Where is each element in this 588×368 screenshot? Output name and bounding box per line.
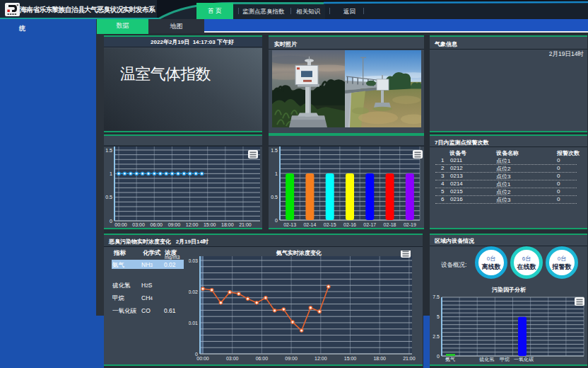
svg-text:06:00: 06:00	[151, 222, 163, 227]
svg-text:21:00: 21:00	[239, 222, 252, 227]
svg-text:0.5: 0.5	[271, 195, 278, 200]
svg-text:0.5: 0.5	[105, 195, 112, 200]
svg-text:12:00: 12:00	[186, 222, 199, 227]
svg-text:1.5: 1.5	[105, 148, 112, 153]
svg-text:0.02: 0.02	[189, 289, 198, 294]
svg-text:一氧化碳: 一氧化碳	[514, 357, 534, 362]
svg-text:02-13: 02-13	[283, 222, 296, 227]
svg-text:甲烷: 甲烷	[500, 357, 510, 362]
svg-text:02-18: 02-18	[384, 222, 396, 227]
svg-text:1: 1	[275, 171, 278, 176]
svg-text:1.5: 1.5	[271, 148, 278, 153]
svg-text:18:00: 18:00	[373, 356, 386, 361]
svg-text:5: 5	[437, 314, 440, 319]
svg-text:02-14: 02-14	[303, 222, 316, 227]
svg-text:00:00: 00:00	[196, 356, 209, 361]
svg-text:02-19: 02-19	[404, 222, 416, 227]
svg-text:06:00: 06:00	[256, 356, 269, 361]
svg-text:21:00: 21:00	[403, 356, 416, 361]
svg-text:18:00: 18:00	[221, 222, 234, 227]
svg-text:00:00: 00:00	[114, 222, 127, 227]
svg-text:03:00: 03:00	[226, 356, 239, 361]
svg-text:0.03: 0.03	[189, 258, 198, 263]
svg-text:02-15: 02-15	[324, 222, 336, 227]
svg-text:2.5: 2.5	[433, 334, 440, 339]
svg-text:09:00: 09:00	[285, 356, 298, 361]
svg-text:硫化氢: 硫化氢	[479, 357, 495, 362]
svg-text:02-17: 02-17	[363, 222, 376, 227]
svg-text:氨气: 氨气	[445, 357, 455, 362]
svg-text:03:00: 03:00	[132, 222, 145, 227]
svg-text:0: 0	[437, 354, 440, 359]
svg-text:0: 0	[110, 219, 112, 224]
svg-text:7.5: 7.5	[433, 294, 440, 299]
svg-text:02-16: 02-16	[343, 222, 356, 227]
svg-text:0: 0	[275, 218, 278, 223]
svg-text:1: 1	[110, 171, 112, 176]
svg-text:15:00: 15:00	[344, 356, 357, 361]
svg-text:15:00: 15:00	[204, 222, 216, 227]
svg-text:09:00: 09:00	[168, 222, 181, 227]
svg-text:12:00: 12:00	[314, 356, 327, 361]
svg-text:0.01: 0.01	[189, 321, 198, 326]
